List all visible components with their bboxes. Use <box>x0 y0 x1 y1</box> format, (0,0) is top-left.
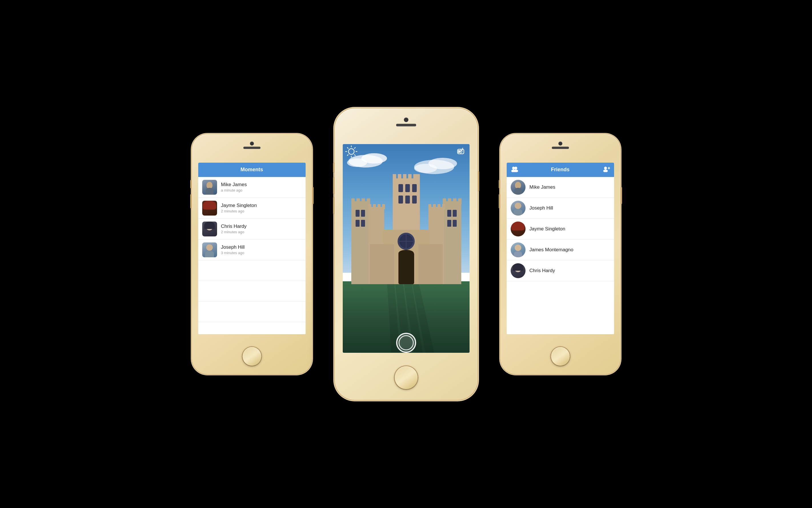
home-button-right[interactable] <box>551 347 570 366</box>
moments-list: Mike James a minute ago Jayme Singleton … <box>198 177 305 334</box>
moment-info-chris: Chris Hardy 2 minutes ago <box>221 223 247 234</box>
svg-rect-28 <box>428 204 431 209</box>
moment-name: Jayme Singleton <box>221 203 257 208</box>
list-item[interactable]: Mike James <box>507 177 614 198</box>
svg-rect-33 <box>393 174 396 180</box>
svg-rect-38 <box>417 174 420 180</box>
speaker-right <box>552 146 569 149</box>
svg-rect-43 <box>405 184 410 192</box>
avatar-jayme-singleton-friends <box>511 221 526 237</box>
home-button-center[interactable] <box>395 366 418 389</box>
moment-time: 2 minutes ago <box>221 230 247 234</box>
friend-name: Joseph Hill <box>529 205 553 211</box>
empty-row <box>198 281 305 302</box>
camera-screen <box>343 144 470 353</box>
avatar-james-montemagno-friends <box>511 243 526 257</box>
svg-rect-53 <box>361 210 365 217</box>
list-item[interactable]: Jayme Singleton <box>507 219 614 240</box>
left-phone: Moments Mike James a minute ago <box>192 134 312 374</box>
avatar-joseph-hill <box>202 243 217 257</box>
volume-button-right <box>499 194 500 208</box>
avatar-chris-hardy-friends <box>511 263 526 278</box>
svg-rect-54 <box>355 220 360 227</box>
svg-rect-13 <box>351 199 355 204</box>
moment-name: Mike James <box>221 182 247 187</box>
avatar-mike-james-friends <box>511 180 526 195</box>
moments-title: Moments <box>240 167 263 173</box>
volume-up-center <box>333 177 335 194</box>
svg-rect-40 <box>398 253 414 284</box>
svg-rect-56 <box>447 210 451 217</box>
list-item[interactable]: James Montemagno <box>507 240 614 260</box>
svg-rect-44 <box>412 184 417 192</box>
friend-name: Mike James <box>529 184 556 190</box>
svg-rect-23 <box>369 204 371 209</box>
svg-rect-16 <box>367 199 370 204</box>
moment-time: 2 minutes ago <box>221 209 257 213</box>
svg-point-41 <box>398 250 414 257</box>
home-button-left[interactable] <box>242 347 261 366</box>
friends-group-icon <box>511 166 519 174</box>
moment-name: Joseph Hill <box>221 244 245 250</box>
volume-down-center <box>333 197 335 214</box>
moment-time: a minute ago <box>221 188 247 193</box>
svg-rect-20 <box>453 199 457 204</box>
add-friend-icon[interactable] <box>603 166 610 174</box>
friends-title: Friends <box>551 167 570 173</box>
list-item[interactable]: Joseph Hill 3 minutes ago <box>198 240 305 260</box>
friend-name: Jayme Singleton <box>529 226 566 232</box>
svg-rect-21 <box>458 199 462 204</box>
speaker-center <box>396 124 416 126</box>
svg-rect-58 <box>447 220 451 227</box>
volume-button-left <box>190 194 192 208</box>
camera-dot-right <box>558 141 562 145</box>
camera-scene-svg <box>343 144 470 353</box>
svg-rect-59 <box>453 220 457 227</box>
moments-header: Moments <box>198 163 305 177</box>
svg-rect-57 <box>453 210 457 217</box>
avatar-joseph-hill-friends <box>511 201 526 216</box>
list-item[interactable]: Chris Hardy 2 minutes ago <box>198 219 305 240</box>
svg-point-6 <box>414 164 437 173</box>
svg-rect-29 <box>433 204 436 209</box>
avatar-mike-james <box>202 180 217 195</box>
svg-rect-42 <box>398 184 403 192</box>
power-button-right <box>620 187 622 204</box>
moment-info-mike: Mike James a minute ago <box>221 182 247 193</box>
friends-list: Mike James Joseph Hill Jayme Singleton J… <box>507 177 614 334</box>
svg-rect-14 <box>356 199 360 204</box>
camera-dot-center <box>404 118 409 122</box>
list-item[interactable]: Chris Hardy <box>507 260 614 281</box>
mute-switch-right <box>499 180 500 188</box>
svg-rect-35 <box>403 174 407 180</box>
svg-rect-36 <box>408 174 412 180</box>
list-item[interactable]: Mike James a minute ago <box>198 177 305 198</box>
svg-point-76 <box>514 167 517 170</box>
svg-rect-55 <box>361 220 365 227</box>
svg-rect-24 <box>373 204 376 209</box>
svg-rect-30 <box>438 204 440 209</box>
svg-rect-25 <box>378 204 380 209</box>
empty-row <box>198 260 305 281</box>
svg-rect-19 <box>448 199 451 204</box>
svg-rect-46 <box>405 196 410 204</box>
friend-name: Chris Hardy <box>529 268 555 273</box>
camera-dot-left <box>250 141 254 145</box>
center-phone <box>335 108 478 400</box>
right-phone: Friends Mike James <box>500 134 620 374</box>
mute-switch-left <box>190 180 192 188</box>
moments-screen: Moments Mike James a minute ago <box>198 163 305 334</box>
list-item[interactable]: Joseph Hill <box>507 198 614 219</box>
power-button-left <box>312 187 314 204</box>
svg-rect-26 <box>382 204 385 209</box>
empty-row <box>198 302 305 322</box>
moment-info-jayme: Jayme Singleton 2 minutes ago <box>221 203 257 213</box>
svg-rect-34 <box>398 174 401 180</box>
svg-point-80 <box>603 170 608 172</box>
svg-rect-60 <box>370 244 394 284</box>
power-button-center <box>478 171 479 191</box>
svg-rect-17 <box>443 201 461 284</box>
avatar-chris-hardy <box>202 221 217 237</box>
svg-point-73 <box>397 333 416 352</box>
list-item[interactable]: Jayme Singleton 2 minutes ago <box>198 198 305 219</box>
